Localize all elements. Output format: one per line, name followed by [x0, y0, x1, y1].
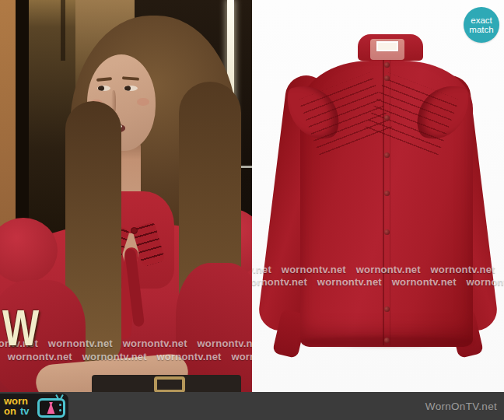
- iris: [124, 86, 131, 91]
- wornontv-logo: worn on tv: [0, 394, 68, 420]
- celebrity-photo: wornontv.net wornontv.net wornontv.net w…: [0, 0, 252, 392]
- wornontv-composite-image: wornontv.net wornontv.net wornontv.net w…: [0, 0, 504, 420]
- iris: [98, 86, 104, 91]
- badge-line2: match: [469, 25, 493, 35]
- corner-w-letter: W: [2, 304, 39, 352]
- product-brand-label: [376, 41, 398, 51]
- product-button: [384, 152, 390, 158]
- exact-match-badge: exact match: [464, 7, 499, 43]
- product-button: [384, 191, 390, 196]
- eye-right: [124, 86, 138, 91]
- logo-wordmark: worn on tv: [4, 396, 35, 418]
- watermark-row: wornontv.net wornontv.net wornontv.net w…: [252, 264, 504, 275]
- product-button: [384, 229, 390, 235]
- tv-antenna-icon: [59, 394, 64, 401]
- tv-icon: [37, 398, 65, 418]
- eye-left: [97, 86, 110, 91]
- product-button: [384, 306, 390, 312]
- blouse-button: [131, 227, 138, 234]
- belt-buckle: [154, 376, 185, 392]
- footer-bar: WornOnTV.net: [0, 392, 504, 420]
- product-button-placket: [383, 59, 390, 345]
- dress-icon: [46, 402, 56, 414]
- product-button: [384, 338, 390, 343]
- tv-knob-icon: [59, 404, 61, 406]
- studio-frame-line: [61, 0, 65, 61]
- logo-word-tv: tv: [20, 406, 30, 416]
- tv-knob-icon: [59, 409, 61, 411]
- product-button: [384, 75, 390, 81]
- cheek-right: [137, 98, 149, 106]
- badge-line1: exact: [471, 16, 492, 26]
- logo-word-on: on: [4, 406, 16, 416]
- product-button: [384, 62, 390, 68]
- product-photo: wornontv.net wornontv.net wornontv.net w…: [252, 0, 504, 392]
- watermark-row: wornontv.net wornontv.net wornontv.net w…: [252, 276, 504, 288]
- product-button: [384, 115, 390, 121]
- footer-site-name: WornOnTV.net: [425, 401, 497, 412]
